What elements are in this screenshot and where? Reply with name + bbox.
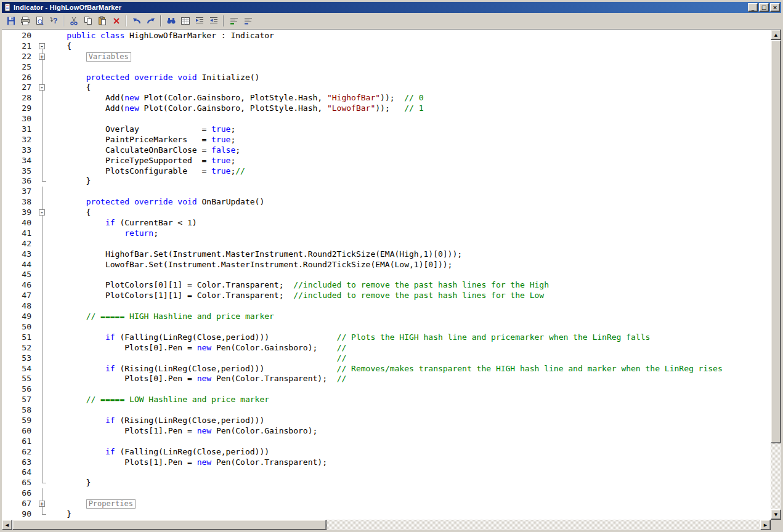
code-line[interactable]: 21- {	[2, 41, 771, 52]
comment-button[interactable]	[227, 14, 241, 28]
code-line[interactable]: 34 PriceTypeSupported = true;	[2, 156, 771, 166]
code-text[interactable]: Plots[1].Pen = new Pen(Color.Gainsboro);	[47, 426, 771, 437]
vertical-scrollbar[interactable]: ▲ ▼	[771, 30, 781, 520]
find-button[interactable]	[164, 14, 178, 28]
code-line[interactable]: 53 //	[2, 353, 771, 364]
fold-collapse-icon[interactable]: -	[39, 43, 45, 49]
code-line[interactable]: 50	[2, 322, 771, 332]
code-line[interactable]: 64	[2, 467, 771, 478]
print-button[interactable]	[18, 14, 32, 28]
undo-button[interactable]	[129, 14, 144, 28]
code-line[interactable]: 22+ Variables	[2, 52, 771, 62]
code-text[interactable]: PriceTypeSupported = true;	[47, 156, 771, 166]
code-text[interactable]	[47, 384, 771, 395]
code-line[interactable]: 40 if (CurrentBar < 1)	[2, 218, 771, 228]
code-text[interactable]: PaintPriceMarkers = true;	[47, 135, 771, 145]
fold-marker[interactable]: +	[38, 52, 47, 62]
code-text[interactable]: public class HighLowOfBarMarker : Indica…	[47, 31, 771, 41]
fold-expand-icon[interactable]: +	[39, 501, 45, 507]
scroll-up-button[interactable]: ▲	[771, 30, 781, 40]
code-line[interactable]: 65 }	[2, 478, 771, 488]
code-line[interactable]: 43 HighofBar.Set(Instrument.MasterInstru…	[2, 249, 771, 260]
code-text[interactable]: if (Falling(LinReg(Close,period)))	[47, 447, 771, 457]
code-text[interactable]: }	[47, 176, 771, 187]
code-line[interactable]: 48	[2, 301, 771, 312]
code-text[interactable]	[47, 437, 771, 447]
code-line[interactable]: 66	[2, 488, 771, 499]
outdent-button[interactable]	[206, 14, 221, 28]
code-line[interactable]: 47 PlotColors[1][1] = Color.Transparent;…	[2, 291, 771, 301]
code-line[interactable]: 27- {	[2, 83, 771, 93]
cut-button[interactable]	[67, 14, 81, 28]
code-line[interactable]: 62 if (Falling(LinReg(Close,period)))	[2, 447, 771, 457]
code-text[interactable]	[47, 467, 771, 478]
code-line[interactable]: 33 CalculateOnBarClose = false;	[2, 145, 771, 156]
code-line[interactable]: 31 Overlay = true;	[2, 124, 771, 135]
code-text[interactable]: CalculateOnBarClose = false;	[47, 145, 771, 156]
code-text[interactable]: Overlay = true;	[47, 124, 771, 135]
code-text[interactable]: Add(new Plot(Color.Gainsboro, PlotStyle.…	[47, 103, 771, 114]
scroll-right-button[interactable]: ▶	[760, 520, 771, 530]
code-line[interactable]: 55 Plots[0].Pen = new Pen(Color.Transpar…	[2, 374, 771, 384]
code-text[interactable]: }	[47, 509, 771, 520]
code-text[interactable]: PlotsConfigurable = true;//	[47, 166, 771, 177]
code-line[interactable]: 52 Plots[0].Pen = new Pen(Color.Gainsbor…	[2, 343, 771, 353]
vertical-scroll-track[interactable]	[771, 40, 781, 509]
code-text[interactable]: }	[47, 478, 771, 488]
scroll-left-button[interactable]: ◀	[2, 520, 12, 530]
code-text[interactable]: Plots[0].Pen = new Pen(Color.Transparent…	[47, 374, 771, 384]
fold-marker[interactable]: -	[38, 83, 47, 93]
code-text[interactable]	[47, 270, 771, 280]
fold-collapse-icon[interactable]: -	[39, 209, 45, 216]
code-text[interactable]: Add(new Plot(Color.Gainsboro, PlotStyle.…	[47, 93, 771, 103]
window-icon[interactable]	[3, 3, 12, 12]
fold-expand-icon[interactable]: +	[39, 54, 45, 60]
minimize-button[interactable]: _	[748, 3, 758, 12]
code-text[interactable]: Properties	[47, 499, 771, 509]
code-text[interactable]: return;	[47, 228, 771, 239]
code-text[interactable]: Plots[0].Pen = new Pen(Color.Gainsboro);…	[47, 343, 771, 353]
code-line[interactable]: 51 if (Falling(LinReg(Close,period))) //…	[2, 332, 771, 343]
code-line[interactable]: 46 PlotColors[0][1] = Color.Transparent;…	[2, 280, 771, 291]
code-text[interactable]	[47, 301, 771, 312]
code-line[interactable]: 37	[2, 187, 771, 197]
indent-button[interactable]	[192, 14, 206, 28]
code-line[interactable]: 28 Add(new Plot(Color.Gainsboro, PlotSty…	[2, 93, 771, 103]
code-line[interactable]: 41 return;	[2, 228, 771, 239]
code-text[interactable]	[47, 405, 771, 416]
code-line[interactable]: 38 protected override void OnBarUpdate()	[2, 197, 771, 208]
code-editor[interactable]: 20 public class HighLowOfBarMarker : Ind…	[2, 30, 771, 520]
code-line[interactable]: 20 public class HighLowOfBarMarker : Ind…	[2, 31, 771, 41]
copy-button[interactable]	[81, 14, 95, 28]
horizontal-scroll-thumb[interactable]	[12, 520, 327, 530]
redo-button[interactable]	[144, 14, 158, 28]
horizontal-scrollbar[interactable]: ◀ ▶	[2, 520, 771, 530]
code-line[interactable]: 26 protected override void Initialize()	[2, 73, 771, 83]
code-line[interactable]: 58	[2, 405, 771, 416]
collapsed-region[interactable]: Properties	[86, 499, 136, 509]
code-text[interactable]	[47, 239, 771, 249]
code-text[interactable]: // ===== LOW Hashline and price marker	[47, 395, 771, 405]
code-line[interactable]: 67+ Properties	[2, 499, 771, 509]
code-text[interactable]: //	[47, 353, 771, 364]
fold-marker[interactable]: -	[38, 41, 47, 52]
code-text[interactable]: PlotColors[0][1] = Color.Transparent; //…	[47, 280, 771, 291]
code-line[interactable]: 61	[2, 437, 771, 447]
code-text[interactable]: protected override void Initialize()	[47, 73, 771, 83]
code-line[interactable]: 25	[2, 62, 771, 73]
code-text[interactable]: // ===== HIGH Hashline and price marker	[47, 312, 771, 322]
code-line[interactable]: 35 PlotsConfigurable = true;//	[2, 166, 771, 177]
code-line[interactable]: 29 Add(new Plot(Color.Gainsboro, PlotSty…	[2, 103, 771, 114]
code-text[interactable]	[47, 322, 771, 332]
code-text[interactable]	[47, 114, 771, 124]
code-text[interactable]: LowofBar.Set(Instrument.MasterInstrument…	[47, 260, 771, 270]
code-text[interactable]: {	[47, 83, 771, 93]
code-text[interactable]: if (Rising(LinReg(Close,period)))	[47, 416, 771, 426]
goto-line-button[interactable]	[178, 14, 192, 28]
code-line[interactable]: 90 }	[2, 509, 771, 520]
delete-button[interactable]	[109, 14, 123, 28]
code-text[interactable]	[47, 488, 771, 499]
context-help-button[interactable]: ?	[46, 14, 60, 28]
fold-marker[interactable]: +	[38, 499, 47, 509]
close-button[interactable]: ×	[770, 3, 780, 12]
